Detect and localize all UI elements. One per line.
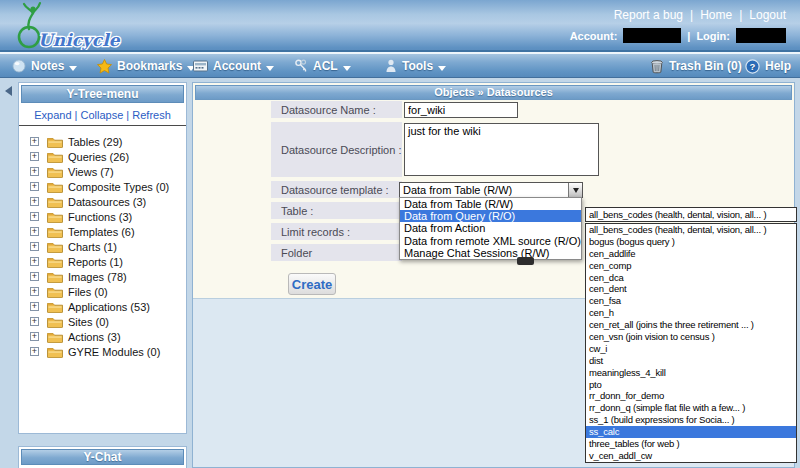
help-icon: ?	[745, 59, 760, 74]
folder-icon	[47, 181, 63, 193]
tree-item[interactable]: + Functions (3)	[30, 209, 186, 224]
tree-item[interactable]: + Composite Types (0)	[30, 179, 186, 194]
expand-plus-icon[interactable]: +	[30, 152, 39, 161]
template-dropdown-option[interactable]: Data from remote XML source (R/O)	[400, 235, 581, 247]
template-dropdown-option[interactable]: Data from Query (R/O)	[400, 210, 581, 222]
tree-item[interactable]: + Applications (53)	[30, 299, 186, 314]
table-dropdown-option[interactable]: cen_comp	[586, 260, 796, 272]
table-dropdown-option[interactable]: dist	[586, 355, 796, 367]
table-dropdown-option[interactable]: all_bens_codes (health, dental, vision, …	[586, 224, 796, 236]
expand-link[interactable]: Expand	[34, 109, 71, 121]
bookmarks-menu[interactable]: Bookmarks	[97, 54, 195, 78]
template-select-arrow-button[interactable]	[568, 183, 582, 197]
acl-menu[interactable]: ACL	[294, 54, 351, 78]
tree-item[interactable]: + Files (0)	[30, 284, 186, 299]
expand-plus-icon[interactable]: +	[30, 257, 39, 266]
chat-panel-title: Y-Chat	[21, 449, 184, 465]
tree-item[interactable]: + GYRE Modules (0)	[30, 344, 186, 359]
sidebar-collapse-arrow-icon[interactable]	[5, 86, 12, 96]
tree-item[interactable]: + Reports (1)	[30, 254, 186, 269]
report-bug-link[interactable]: Report a bug	[614, 8, 683, 22]
table-select-box[interactable]: all_bens_codes (health, dental, vision, …	[585, 207, 797, 222]
expand-plus-icon[interactable]: +	[30, 302, 39, 311]
folder-icon	[47, 196, 63, 208]
tree-item[interactable]: + Datasources (3)	[30, 194, 186, 209]
datasource-description-textarea[interactable]: just for the wiki	[404, 123, 599, 176]
template-dropdown-option[interactable]: Data from Table (R/W)	[400, 198, 581, 210]
table-dropdown-option[interactable]: cw_i	[586, 343, 796, 355]
help-button[interactable]: ? Help	[745, 54, 791, 78]
table-dropdown-option[interactable]: ss_calc	[586, 426, 796, 438]
expand-plus-icon[interactable]: +	[30, 182, 39, 191]
link-separator: |	[75, 109, 78, 121]
link-separator: |	[739, 8, 742, 22]
table-dropdown-option[interactable]: bogus (bogus query )	[586, 236, 796, 248]
table-dropdown-option[interactable]: cen_dent	[586, 283, 796, 295]
account-value-redacted	[623, 28, 681, 43]
notes-menu[interactable]: Notes	[12, 54, 77, 78]
template-dropdown-option[interactable]: Data from Action	[400, 222, 581, 234]
refresh-link[interactable]: Refresh	[132, 109, 171, 121]
expand-plus-icon[interactable]: +	[30, 242, 39, 251]
logo-text: Unicycle	[38, 30, 121, 50]
template-dropdown-list: Data from Table (R/W) Data from Query (R…	[399, 197, 582, 260]
tree-item[interactable]: + Sites (0)	[30, 314, 186, 329]
trash-bin-button[interactable]: Trash Bin (0)	[650, 54, 742, 78]
link-separator: |	[126, 109, 129, 121]
tree-item-label: Applications (53)	[68, 301, 150, 313]
tree-item-label: Actions (3)	[68, 331, 121, 343]
header-links: Report a bug | Home | Logout	[614, 8, 786, 22]
table-dropdown-option[interactable]: rr_donn_q (simple flat file with a few..…	[586, 402, 796, 414]
table-dropdown-option[interactable]: meaningless_4_kill	[586, 367, 796, 379]
tree-item-label: Charts (1)	[68, 241, 117, 253]
home-link[interactable]: Home	[700, 8, 732, 22]
table-dropdown-option[interactable]: cen_dca	[586, 272, 796, 284]
logout-link[interactable]: Logout	[749, 8, 786, 22]
tree-item[interactable]: + Charts (1)	[30, 239, 186, 254]
tools-icon	[385, 59, 397, 73]
account-menu[interactable]: Account	[193, 54, 274, 78]
unicycle-logo[interactable]: Unicycle	[12, 1, 122, 51]
folder-icon	[47, 286, 63, 298]
trash-icon	[650, 59, 664, 74]
collapse-link[interactable]: Collapse	[80, 109, 123, 121]
table-dropdown-option[interactable]: rr_donn_for_demo	[586, 390, 796, 402]
tree-item[interactable]: + Queries (26)	[30, 149, 186, 164]
datasource-template-select[interactable]: Data from Table (R/W)	[399, 182, 583, 198]
expand-plus-icon[interactable]: +	[30, 227, 39, 236]
datasource-name-input[interactable]	[404, 102, 518, 118]
template-dropdown-option[interactable]: Manage Chat Sessions (R/W)	[400, 247, 581, 259]
unicycle-rider-icon	[19, 3, 40, 47]
table-dropdown-option[interactable]: cen_ret_all (joins the three retirement …	[586, 319, 796, 331]
help-label: Help	[765, 59, 791, 73]
expand-plus-icon[interactable]: +	[30, 272, 39, 281]
expand-plus-icon[interactable]: +	[30, 167, 39, 176]
expand-plus-icon[interactable]: +	[30, 347, 39, 356]
svg-text:?: ?	[750, 61, 756, 72]
table-dropdown-option[interactable]: cen_addlife	[586, 248, 796, 260]
tree-item[interactable]: + Templates (6)	[30, 224, 186, 239]
table-dropdown-option[interactable]: three_tables (for web )	[586, 438, 796, 450]
tree-item[interactable]: + Tables (29)	[30, 134, 186, 149]
expand-plus-icon[interactable]: +	[30, 317, 39, 326]
table-dropdown-option[interactable]: cen_fsa	[586, 295, 796, 307]
object-tree: + Tables (29) + Queries (26)	[19, 126, 186, 359]
create-button[interactable]: Create	[288, 273, 336, 295]
expand-plus-icon[interactable]: +	[30, 197, 39, 206]
tree-item[interactable]: + Views (7)	[30, 164, 186, 179]
tree-item[interactable]: + Images (78)	[30, 269, 186, 284]
main-toolbar: Notes Bookmarks Account ACL	[0, 54, 800, 78]
expand-plus-icon[interactable]: +	[30, 137, 39, 146]
folder-label: Folder	[271, 244, 402, 261]
tree-item[interactable]: + Actions (3)	[30, 329, 186, 344]
table-dropdown-option[interactable]: ss_1 (build expressions for Socia... )	[586, 414, 796, 426]
table-dropdown-option[interactable]: cen_h	[586, 307, 796, 319]
expand-plus-icon[interactable]: +	[30, 332, 39, 341]
table-dropdown-option[interactable]: v_cen_addl_cw	[586, 450, 796, 462]
table-dropdown-option[interactable]: pto	[586, 379, 796, 391]
table-dropdown-option[interactable]: cen_vsn (join vision to census )	[586, 331, 796, 343]
tools-menu[interactable]: Tools	[385, 54, 446, 78]
tree-item-label: Queries (26)	[68, 151, 129, 163]
expand-plus-icon[interactable]: +	[30, 287, 39, 296]
expand-plus-icon[interactable]: +	[30, 212, 39, 221]
